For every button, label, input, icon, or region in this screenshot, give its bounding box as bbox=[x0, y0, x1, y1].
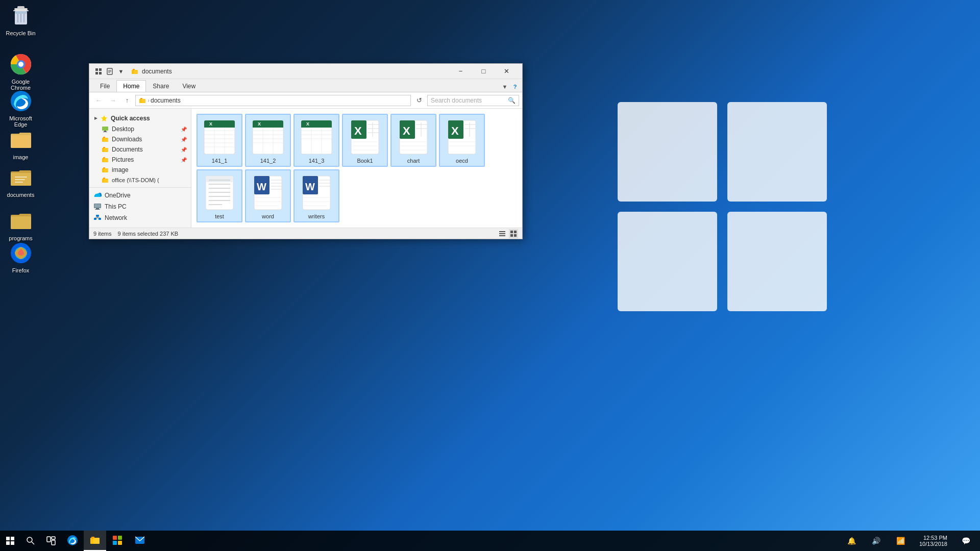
nav-item-documents[interactable]: Documents 📌 bbox=[89, 144, 191, 155]
pin-icon-doc: 📌 bbox=[181, 147, 187, 153]
volume-icon[interactable]: 🔊 bbox=[866, 531, 887, 551]
svg-rect-61 bbox=[94, 204, 101, 208]
desktop-icon-firefox[interactable]: Firefox bbox=[2, 239, 40, 276]
file-item-test[interactable]: test bbox=[197, 169, 242, 222]
network-icon[interactable]: 📶 bbox=[891, 531, 911, 551]
svg-rect-166 bbox=[47, 537, 51, 542]
svg-rect-156 bbox=[510, 231, 513, 233]
taskbar-edge[interactable] bbox=[61, 531, 84, 551]
file-item-141-2[interactable]: X 141_2 bbox=[245, 114, 291, 167]
file-item-book1[interactable]: X Book1 bbox=[342, 114, 388, 167]
svg-text:X: X bbox=[306, 121, 309, 127]
svg-rect-24 bbox=[95, 68, 98, 71]
nav-thispc-label: This PC bbox=[105, 203, 127, 210]
svg-rect-0 bbox=[618, 102, 717, 202]
svg-rect-63 bbox=[94, 218, 96, 220]
search-button[interactable] bbox=[20, 531, 41, 551]
svg-rect-48 bbox=[104, 148, 108, 152]
address-path-bar[interactable]: › documents bbox=[135, 95, 411, 106]
svg-rect-26 bbox=[95, 72, 98, 74]
svg-rect-154 bbox=[499, 233, 505, 234]
desktop-icon-documents[interactable]: documents bbox=[2, 163, 40, 200]
svg-rect-172 bbox=[93, 538, 100, 544]
nav-item-this-pc[interactable]: This PC bbox=[89, 201, 191, 212]
desktop-icon-image[interactable]: image bbox=[2, 126, 40, 162]
taskbar: 🔔 🔊 📶 12:53 PM 10/13/2018 💬 bbox=[0, 531, 980, 551]
file-item-141-1[interactable]: X 141_1 bbox=[197, 114, 242, 167]
maximize-button[interactable]: □ bbox=[472, 64, 495, 79]
desktop-icon-edge[interactable]: Microsoft Edge bbox=[2, 87, 40, 130]
svg-rect-176 bbox=[118, 541, 122, 545]
svg-rect-162 bbox=[6, 541, 10, 545]
svg-text:W: W bbox=[257, 181, 266, 192]
nav-item-pictures[interactable]: Pictures 📌 bbox=[89, 155, 191, 165]
properties-btn[interactable] bbox=[105, 66, 115, 77]
svg-rect-37 bbox=[141, 99, 145, 103]
svg-rect-59 bbox=[96, 208, 99, 209]
taskbar-mail[interactable] bbox=[129, 531, 151, 551]
start-button[interactable] bbox=[0, 531, 20, 551]
svg-rect-51 bbox=[104, 158, 108, 162]
file-item-writers[interactable]: W writers bbox=[293, 169, 339, 222]
file-name-word: word bbox=[262, 213, 274, 219]
refresh-button[interactable]: ↺ bbox=[413, 94, 425, 107]
forward-button[interactable]: → bbox=[107, 94, 119, 107]
file-icon-book1: X bbox=[347, 119, 383, 156]
help-button[interactable]: ? bbox=[510, 82, 520, 92]
file-item-oecd[interactable]: X oecd bbox=[439, 114, 485, 167]
svg-line-165 bbox=[32, 542, 34, 544]
edge-icon bbox=[9, 89, 33, 113]
tab-view[interactable]: View bbox=[176, 80, 202, 92]
desktop-icon-recycle-bin[interactable]: Recycle Bin bbox=[2, 2, 40, 38]
up-button[interactable]: ↑ bbox=[121, 94, 133, 107]
large-icons-view-btn[interactable] bbox=[509, 229, 518, 238]
tab-file[interactable]: File bbox=[93, 80, 116, 92]
svg-rect-160 bbox=[6, 537, 10, 540]
action-center-button[interactable]: 💬 bbox=[955, 531, 976, 551]
rename-btn[interactable]: ▼ bbox=[116, 66, 126, 77]
file-item-chart[interactable]: X chart bbox=[390, 114, 436, 167]
nav-item-desktop[interactable]: Desktop 📌 bbox=[89, 124, 191, 134]
nav-item-onedrive[interactable]: OneDrive bbox=[89, 190, 191, 201]
svg-rect-174 bbox=[118, 536, 122, 540]
minimize-button[interactable]: − bbox=[449, 64, 472, 79]
svg-rect-60 bbox=[95, 209, 100, 210]
file-name-141-3: 141_3 bbox=[309, 158, 325, 164]
ribbon-toggle[interactable]: ▼ bbox=[500, 82, 510, 92]
svg-rect-155 bbox=[499, 235, 505, 236]
desktop-icon-programs[interactable]: programs bbox=[2, 207, 40, 243]
tab-share[interactable]: Share bbox=[146, 80, 176, 92]
task-view-button[interactable] bbox=[41, 531, 61, 551]
firefox-icon bbox=[9, 241, 33, 265]
nav-item-image[interactable]: image bbox=[89, 165, 191, 175]
nav-image-label: image bbox=[112, 166, 129, 173]
address-bar: ← → ↑ › documents ↺ Search documents 🔍 bbox=[89, 92, 522, 109]
details-view-btn[interactable] bbox=[498, 229, 507, 238]
svg-rect-21 bbox=[11, 216, 31, 229]
svg-rect-42 bbox=[103, 132, 107, 132]
taskbar-store[interactable] bbox=[106, 531, 129, 551]
file-area[interactable]: X 141_1 bbox=[191, 109, 522, 228]
taskbar-clock[interactable]: 12:53 PM 10/13/2018 bbox=[915, 535, 951, 547]
file-item-word[interactable]: W word bbox=[245, 169, 291, 222]
file-icon-chart: X bbox=[395, 119, 432, 156]
svg-rect-159 bbox=[514, 234, 517, 237]
nav-item-downloads[interactable]: Downloads 📌 bbox=[89, 134, 191, 144]
clock-date: 10/13/2018 bbox=[919, 541, 947, 547]
quick-access-header[interactable]: Quick access bbox=[89, 113, 191, 124]
nav-item-network[interactable]: Network bbox=[89, 212, 191, 223]
file-item-141-3[interactable]: X 141_3 bbox=[293, 114, 339, 167]
close-button[interactable]: ✕ bbox=[495, 64, 518, 79]
notification-icon[interactable]: 🔔 bbox=[842, 531, 862, 551]
tab-home[interactable]: Home bbox=[116, 80, 146, 92]
taskbar-file-explorer[interactable] bbox=[84, 531, 106, 551]
quick-access-label: Quick access bbox=[111, 115, 150, 122]
search-box[interactable]: Search documents 🔍 bbox=[427, 95, 519, 106]
svg-marker-39 bbox=[101, 115, 107, 121]
svg-rect-16 bbox=[11, 135, 31, 148]
back-button[interactable]: ← bbox=[92, 94, 105, 107]
quick-access-btn[interactable] bbox=[93, 66, 104, 77]
items-count: 9 items bbox=[93, 231, 111, 237]
file-name-141-1: 141_1 bbox=[212, 158, 228, 164]
nav-item-office[interactable]: office (\\TS-DOM) ( bbox=[89, 175, 191, 185]
